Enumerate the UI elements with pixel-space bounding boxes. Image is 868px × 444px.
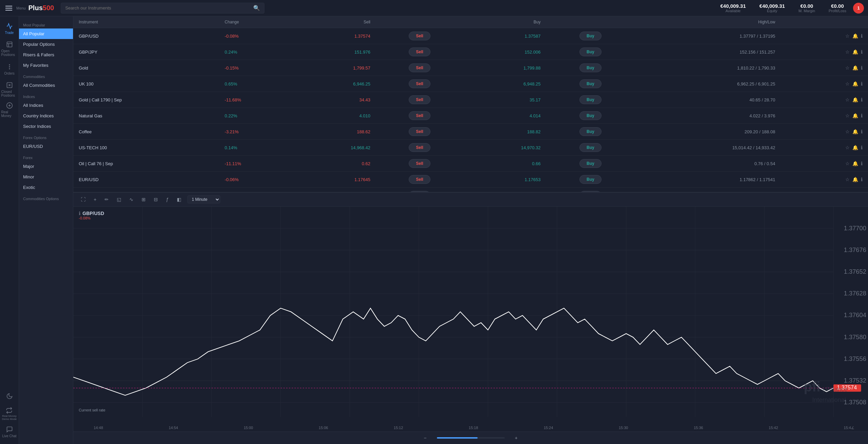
sidebar-item-open-positions[interactable]: Open Positions [1,39,18,58]
sell-button[interactable]: Sell [409,159,430,168]
nav-item-all-popular[interactable]: All Popular [19,28,73,39]
star-icon[interactable]: ☆ [845,65,850,71]
chart-tool-add[interactable]: + [92,195,98,204]
star-icon[interactable]: ☆ [845,129,850,134]
info-icon[interactable]: ℹ [861,65,863,71]
nav-item-eurusd-options[interactable]: EUR/USD [19,141,73,152]
sell-button[interactable]: Sell [409,111,430,120]
info-icon[interactable]: ℹ [861,177,863,182]
sidebar-item-demo-switch[interactable]: Real MoneyDemo Mode [2,407,17,421]
info-icon[interactable]: ℹ [861,81,863,86]
nav-item-popular-options[interactable]: Popular Options [19,39,73,50]
user-avatar[interactable]: 1 [853,3,864,14]
star-icon[interactable]: ☆ [845,161,850,166]
chart-tool-indicator[interactable]: ⊟ [152,195,160,204]
info-icon[interactable]: ℹ [861,145,863,150]
table-row[interactable]: Coffee -3.21% 188.62 Sell 188.82 Buy 209… [73,124,868,140]
info-icon[interactable]: ℹ [861,33,863,39]
chart-tool-layout[interactable]: ◧ [175,195,183,204]
info-icon[interactable]: ℹ [861,113,863,118]
star-icon[interactable]: ☆ [845,97,850,102]
chart-tool-grid[interactable]: ⊞ [140,195,148,204]
sell-button[interactable]: Sell [409,63,430,72]
buy-button[interactable]: Buy [579,127,602,136]
info-icon[interactable]: ℹ [861,97,863,102]
buy-button[interactable]: Buy [579,111,602,120]
nav-item-sector-indices[interactable]: Sector Indices [19,121,73,132]
sell-button[interactable]: Sell [409,47,430,56]
table-row[interactable]: UK 100 0.65% 6,946.25 Sell 6,948.25 Buy … [73,76,868,92]
search-input[interactable] [65,5,253,11]
sidebar-item-real-money[interactable]: Real Money [1,100,18,119]
bell-icon[interactable]: 🔔 [852,129,858,134]
chart-tool-draw[interactable]: ✏ [103,195,111,204]
table-row[interactable]: Gold -0.15% 1,799.57 Sell 1,799.88 Buy 1… [73,60,868,76]
sidebar-item-darkmode[interactable] [1,387,18,406]
chart-tool-formula[interactable]: ƒ [164,195,171,204]
chart-zoom-plus[interactable]: + [513,434,520,442]
sidebar-item-live-chat[interactable]: Live Chat [1,422,18,441]
bell-icon[interactable]: 🔔 [852,177,858,182]
instrument-highlow: 209.20 / 188.08 [635,124,780,140]
sell-button[interactable]: Sell [409,32,430,40]
sell-button[interactable]: Sell [409,127,430,136]
star-icon[interactable]: ☆ [845,49,850,55]
instrument-buy-price: 152.006 [463,44,546,60]
star-icon[interactable]: ☆ [845,145,850,150]
info-icon[interactable]: ℹ [861,129,863,134]
bell-icon[interactable]: 🔔 [852,145,858,150]
buy-button[interactable]: Buy [579,47,602,56]
nav-item-exotic[interactable]: Exotic [19,182,73,193]
buy-button[interactable]: Buy [579,159,602,168]
buy-button[interactable]: Buy [579,143,602,152]
stat-equity: €40,009.31 Equity [759,3,785,13]
chart-tool-line[interactable]: ∿ [127,195,135,204]
bell-icon[interactable]: 🔔 [852,65,858,71]
sell-button[interactable]: Sell [409,95,430,104]
table-row[interactable]: GBP/USD -0.08% 1.37574 Sell 1.37587 Buy … [73,28,868,44]
nav-item-my-favorites[interactable]: My Favorites [19,60,73,71]
chart-tool-shape[interactable]: ◱ [115,195,123,204]
table-row[interactable]: EUR/USD -0.06% 1.17645 Sell 1.17653 Buy … [73,172,868,188]
table-row[interactable]: Oil | Call 76 | Sep -11.11% 0.62 Sell 0.… [73,156,868,172]
star-icon[interactable]: ☆ [845,33,850,39]
star-icon[interactable]: ☆ [845,177,850,182]
bell-icon[interactable]: 🔔 [852,49,858,55]
sell-button[interactable]: Sell [409,175,430,184]
sidebar-item-trade[interactable]: Trade [1,19,18,38]
nav-item-risers-fallers[interactable]: Risers & Fallers [19,50,73,60]
buy-button[interactable]: Buy [579,32,602,40]
bell-icon[interactable]: 🔔 [852,33,858,39]
menu-button[interactable] [4,4,14,12]
sell-button[interactable]: Sell [409,79,430,88]
star-icon[interactable]: ☆ [845,113,850,118]
table-row[interactable]: GBP/JPY 0.24% 151.976 Sell 152.006 Buy 1… [73,44,868,60]
search-bar[interactable]: 🔍 [61,3,264,14]
bell-icon[interactable]: 🔔 [852,81,858,86]
sidebar-item-closed-positions[interactable]: Closed Positions [1,80,18,99]
table-row[interactable]: US-TECH 100 0.14% 14,968.42 Sell 14,970.… [73,140,868,156]
table-row[interactable]: Gold | Call 1790 | Sep -11.68% 34.43 Sel… [73,92,868,108]
sidebar-item-orders[interactable]: Orders [1,60,18,79]
nav-item-all-indices[interactable]: All Indices [19,100,73,111]
nav-item-all-commodities[interactable]: All Commodities [19,80,73,91]
nav-item-country-indices[interactable]: Country Indices [19,111,73,121]
time-interval-select[interactable]: 1 Minute 5 Minutes 15 Minutes 1 Hour 1 D… [187,195,220,204]
chart-tool-fullscreen[interactable]: ⛶ [79,195,88,204]
nav-item-major[interactable]: Major [19,161,73,172]
buy-button[interactable]: Buy [579,95,602,104]
bell-icon[interactable]: 🔔 [852,97,858,102]
table-row[interactable]: Natural Gas 0.22% 4.010 Sell 4.014 Buy 4… [73,108,868,124]
info-icon[interactable]: ℹ [861,49,863,55]
nav-item-minor[interactable]: Minor [19,172,73,182]
buy-button[interactable]: Buy [579,175,602,184]
table-row[interactable]: Oil -0.43% 71.58 Sell 71.62 Buy 72.08 / … [73,188,868,193]
star-icon[interactable]: ☆ [845,81,850,86]
sell-button[interactable]: Sell [409,143,430,152]
buy-button[interactable]: Buy [579,79,602,88]
info-icon[interactable]: ℹ [861,161,863,166]
chart-zoom-minus[interactable]: − [422,434,428,442]
bell-icon[interactable]: 🔔 [852,113,858,118]
buy-button[interactable]: Buy [579,63,602,72]
bell-icon[interactable]: 🔔 [852,161,858,166]
